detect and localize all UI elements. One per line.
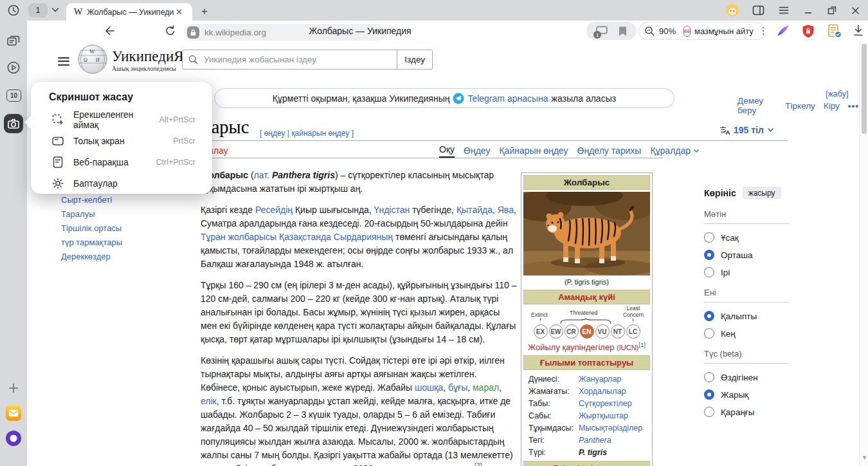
appearance-option[interactable]: Өздігінен: [704, 372, 789, 382]
taxonomy-value[interactable]: Сүтқоректілер: [579, 399, 632, 408]
appearance-option[interactable]: Ірі: [704, 267, 789, 277]
video-play-icon[interactable]: [6, 61, 21, 75]
top-link[interactable]: Демеу беру: [737, 96, 777, 115]
protect-shield-icon[interactable]: [801, 24, 815, 39]
zoom-level[interactable]: 90%: [659, 26, 676, 36]
radio-selected[interactable]: [704, 311, 714, 321]
tab-group-counter[interactable]: 10: [6, 89, 21, 102]
scrollbar-down-arrow[interactable]: ▼: [862, 454, 867, 461]
article-link[interactable]: шошқа: [415, 382, 443, 393]
menu-item-1[interactable]: Ерекшеленген аймақAlt+PrtScr: [31, 109, 212, 130]
lock-icon[interactable]: [187, 26, 199, 39]
article-link[interactable]: Қытайда: [457, 205, 493, 215]
tab-Құралдар[interactable]: Құралдар: [650, 145, 700, 158]
minimize-button[interactable]: [799, 1, 817, 19]
browser-tab[interactable]: W Жолбарыс — Уикипеди: [66, 3, 192, 21]
menu-item-2[interactable]: Толық экранPrtScr: [31, 130, 212, 151]
alice-assistant-icon[interactable]: [6, 431, 21, 446]
tiger-photo[interactable]: [523, 192, 650, 275]
search-input[interactable]: [203, 54, 397, 65]
language-selector[interactable]: A 195 тіл: [719, 125, 774, 135]
top-link[interactable]: Кіру: [824, 101, 840, 111]
radio-unselected[interactable]: [704, 372, 714, 382]
more-options-link[interactable]: •••: [848, 101, 859, 111]
menu-item-3[interactable]: Веб-парақшаCtrl+PrtScr: [31, 151, 212, 172]
tab-Қайнарын өңдеу[interactable]: Қайнарын өңдеу: [499, 145, 568, 158]
add-panel-icon[interactable]: [8, 382, 19, 394]
yandex-mail-icon[interactable]: [6, 405, 21, 421]
read-aloud-button[interactable]: мазмұнын айту: [694, 26, 754, 36]
taxonomy-value[interactable]: Хордалылар: [579, 387, 626, 396]
menu-item-4[interactable]: Баптаулар: [31, 172, 212, 194]
close-button[interactable]: [846, 1, 864, 19]
tab-counter[interactable]: 1: [28, 3, 48, 17]
title-edit-links[interactable]: [ өңдеу | қайнарын өңдеу ]: [260, 129, 354, 138]
article-link[interactable]: лат.: [254, 170, 269, 180]
reload-icon[interactable]: [164, 24, 177, 37]
restore-button[interactable]: [823, 1, 841, 19]
article-link[interactable]: Ява: [498, 205, 514, 215]
taxonomy-value[interactable]: Panthera: [579, 436, 611, 445]
more-actions-icon[interactable]: ⋮: [759, 25, 768, 37]
radio-unselected[interactable]: [704, 407, 714, 417]
radio-unselected[interactable]: [704, 267, 714, 277]
tab-close-icon[interactable]: [176, 8, 183, 15]
profile-avatar[interactable]: [723, 1, 741, 19]
scrollbar[interactable]: ▼: [859, 41, 868, 466]
download-icon[interactable]: [853, 24, 864, 37]
wiki-menu-hamburger-icon[interactable]: [58, 55, 69, 68]
radio-selected[interactable]: [704, 389, 714, 400]
banner-close-link[interactable]: [жабу]: [826, 89, 848, 98]
side-panel-icon[interactable]: [749, 1, 767, 19]
tab-Оқу[interactable]: Оқу: [439, 144, 455, 158]
radio-unselected[interactable]: [704, 328, 714, 339]
article-link[interactable]: елік: [201, 396, 217, 406]
back-icon[interactable]: [103, 24, 116, 37]
appearance-hide-button[interactable]: жасыру: [743, 187, 781, 199]
top-link[interactable]: Тіркелу: [785, 101, 815, 111]
new-tab-button[interactable]: +: [197, 4, 212, 19]
zoom-magnifier-icon[interactable]: [644, 26, 655, 37]
appearance-option[interactable]: Қалыпты: [704, 311, 789, 321]
document-check-icon[interactable]: [827, 24, 842, 39]
notes-icon[interactable]: [6, 34, 21, 48]
toc-item[interactable]: Дереккөздер: [61, 250, 122, 264]
yandex-pen-icon[interactable]: [775, 24, 791, 38]
toc-item[interactable]: түр тармақтары: [61, 236, 122, 250]
status-caption-text[interactable]: Жойылу қаупіндегілер: [528, 342, 614, 352]
scrollbar-thumb[interactable]: [862, 44, 867, 134]
taxonomy-value[interactable]: Жыртқыштар: [579, 411, 628, 420]
appearance-option[interactable]: Орташа: [704, 250, 789, 260]
search-button[interactable]: Іздеу: [397, 50, 432, 69]
appearance-option[interactable]: Қараңғы: [704, 407, 789, 417]
history-clock-icon[interactable]: [7, 4, 20, 17]
bookmark-icon[interactable]: [618, 26, 628, 37]
taxonomy-value[interactable]: Мысықтәрізділер: [579, 424, 642, 433]
taxonomy-value[interactable]: Жануарлар: [579, 375, 621, 384]
tab-Өңдеу[interactable]: Өңдеу: [464, 145, 490, 158]
tabs-chevron-icon[interactable]: [51, 6, 60, 13]
screenshot-tool-icon[interactable]: [4, 114, 23, 133]
toc-item[interactable]: Тіршілік ортасы: [61, 221, 122, 236]
toc-item[interactable]: Сырт-келбеті: [61, 193, 122, 207]
wikipedia-logo-globe[interactable]: W Ω И: [77, 44, 108, 75]
reference-link[interactable]: [3]: [475, 461, 482, 466]
radio-unselected[interactable]: [704, 232, 714, 243]
appearance-option[interactable]: Жарық: [704, 389, 789, 400]
tab-Өңделу тарихы[interactable]: Өңделу тарихы: [577, 145, 642, 158]
article-link[interactable]: Ресейдің: [255, 205, 293, 215]
reference-1[interactable]: [1]: [638, 341, 646, 348]
radio-selected[interactable]: [704, 250, 714, 260]
appearance-option[interactable]: Кең: [704, 328, 789, 339]
article-link[interactable]: Сырдарияның: [334, 232, 393, 242]
iucn-link[interactable]: (IUCN): [617, 344, 638, 351]
article-link[interactable]: Үндістан: [374, 205, 410, 215]
toc-item[interactable]: Таралуы: [61, 207, 122, 221]
menu-hamburger-icon[interactable]: [775, 1, 793, 19]
wikipedia-wordmark[interactable]: УикипедиЯ Ашық энциклопедиясы: [112, 49, 184, 72]
appearance-option[interactable]: Ұсақ: [704, 232, 789, 243]
article-link[interactable]: марал: [473, 382, 499, 393]
telegram-link[interactable]: Telegram арнасына: [467, 93, 548, 104]
article-link[interactable]: бұғы: [448, 382, 467, 393]
article-link[interactable]: Тұран жолбарысы: [201, 232, 276, 242]
